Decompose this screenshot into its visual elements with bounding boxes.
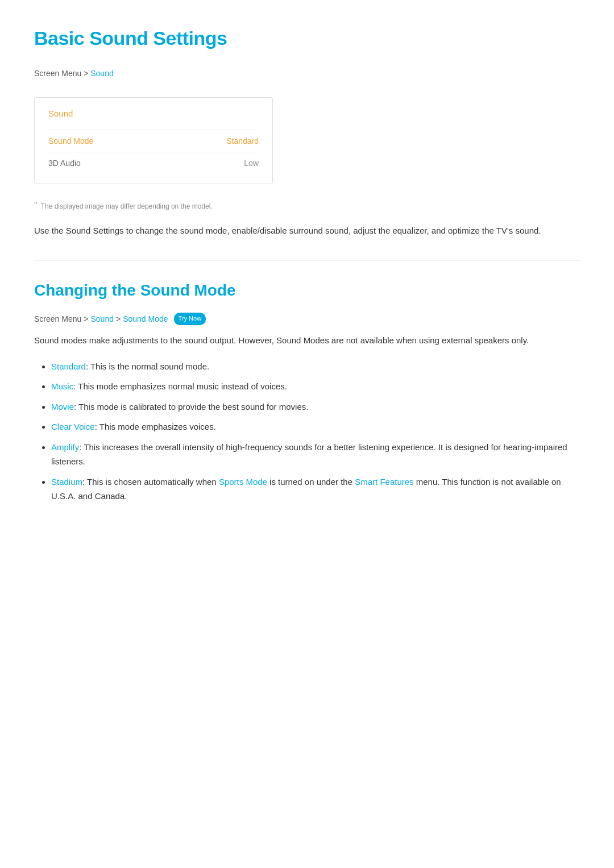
page-title: Basic Sound Settings: [34, 23, 580, 53]
menu-row-3d-audio[interactable]: 3D Audio Low: [48, 152, 259, 174]
section-breadcrumb-sep2: >: [116, 313, 121, 325]
section-divider: [34, 260, 580, 261]
section-breadcrumb-sep1: >: [84, 313, 88, 325]
description-text: Use the Sound Settings to change the sou…: [34, 223, 580, 238]
list-item-amplify: Amplify: This increases the overall inte…: [51, 440, 580, 469]
sound-modes-list: Standard: This is the normal sound mode.…: [34, 359, 580, 504]
term-clear-voice: Clear Voice: [51, 422, 95, 431]
menu-header: Sound: [48, 107, 259, 121]
menu-value-3d-audio: Low: [244, 157, 259, 169]
text-movie: : This mode is calibrated to provide the…: [74, 402, 308, 412]
term-movie: Movie: [51, 402, 74, 412]
list-item-music: Music: This mode emphasizes normal music…: [51, 379, 580, 394]
text-stadium-before: : This is chosen automatically when: [82, 477, 219, 487]
term-amplify: Amplify: [51, 442, 79, 452]
menu-label-sound-mode: Sound Mode: [48, 135, 93, 147]
menu-box: Sound Sound Mode Standard 3D Audio Low: [34, 97, 273, 184]
term-standard: Standard: [51, 362, 86, 371]
menu-row-sound-mode[interactable]: Sound Mode Standard: [48, 130, 259, 152]
breadcrumb-prefix: Screen Menu: [34, 69, 81, 78]
try-now-badge[interactable]: Try Now: [174, 313, 206, 325]
disclaimer-text: The displayed image may differ depending…: [41, 201, 213, 212]
menu-label-3d-audio: 3D Audio: [48, 157, 81, 169]
breadcrumb-link-sound[interactable]: Sound: [90, 69, 113, 78]
text-amplify: : This increases the overall intensity o…: [51, 442, 567, 467]
list-item-standard: Standard: This is the normal sound mode.: [51, 359, 580, 374]
breadcrumb: Screen Menu > Sound: [34, 67, 580, 80]
term-music: Music: [51, 381, 73, 391]
list-item-stadium: Stadium: This is chosen automatically wh…: [51, 475, 580, 504]
section-breadcrumb-link-sound[interactable]: Sound: [90, 313, 113, 325]
text-standard: : This is the normal sound mode.: [86, 362, 209, 371]
text-music: : This mode emphasizes normal music inst…: [73, 381, 287, 391]
term-stadium: Stadium: [51, 477, 82, 487]
term-smart-features: Smart Features: [355, 477, 413, 487]
section-intro: Sound modes make adjustments to the soun…: [34, 333, 580, 348]
section-breadcrumb: Screen Menu > Sound > Sound Mode Try Now: [34, 313, 580, 325]
section-breadcrumb-link-sound-mode[interactable]: Sound Mode: [123, 313, 168, 325]
list-item-movie: Movie: This mode is calibrated to provid…: [51, 400, 580, 414]
text-stadium-middle: is turned on under the: [267, 477, 355, 487]
term-sports-mode: Sports Mode: [219, 477, 267, 487]
menu-value-sound-mode: Standard: [226, 135, 259, 147]
list-item-clear-voice: Clear Voice: This mode emphasizes voices…: [51, 420, 580, 434]
disclaimer: " The displayed image may differ dependi…: [34, 201, 580, 212]
text-clear-voice: : This mode emphasizes voices.: [95, 422, 216, 431]
breadcrumb-separator: >: [84, 69, 90, 78]
quote-icon: ": [34, 201, 38, 210]
section-title: Changing the Sound Mode: [34, 278, 580, 304]
section-breadcrumb-prefix: Screen Menu: [34, 313, 81, 325]
